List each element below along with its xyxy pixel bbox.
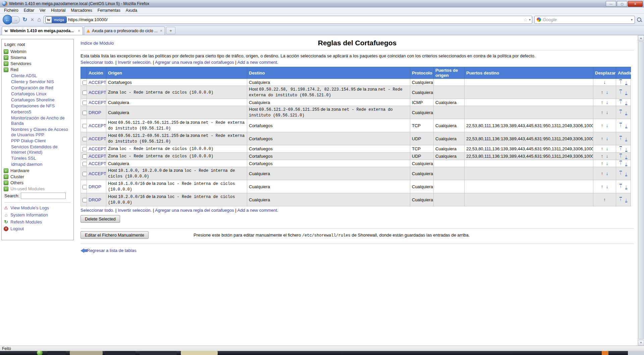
sidebar-category-sistema[interactable]: ▸Sistema — [4, 55, 71, 60]
add-rule-before-icon[interactable]: ↑ — [620, 184, 622, 189]
tray-icon[interactable] — [602, 351, 608, 355]
add-rule-before-icon[interactable]: ↑ — [620, 90, 622, 94]
move-up-icon[interactable]: ↑ — [600, 171, 605, 176]
move-up-icon[interactable]: ↑ — [600, 100, 605, 105]
add-rule-after-icon[interactable]: ↓ — [625, 123, 628, 128]
sidebar-category-red[interactable]: ▾Red — [4, 67, 71, 72]
rule-action-link[interactable]: ACCEPT — [89, 90, 106, 95]
add-rule-after-icon[interactable]: ↓ — [625, 100, 628, 105]
new-tab-button[interactable]: + — [166, 27, 175, 34]
scrollbar-thumb[interactable] — [638, 41, 644, 339]
add-rule-before-icon[interactable]: ↑ — [620, 110, 622, 114]
move-down-icon[interactable]: ↓ — [605, 136, 610, 141]
row-checkbox[interactable] — [83, 154, 87, 159]
rule-action-link[interactable]: ACCEPT — [89, 80, 106, 85]
sidebar-item-cliente-y-servidor-nis[interactable]: Cliente y Servidor NIS — [11, 79, 71, 85]
scroll-up-icon[interactable]: ▲ — [638, 35, 644, 41]
search-engine-dropdown-icon[interactable]: ▾ — [631, 18, 633, 21]
move-down-icon[interactable]: ↓ — [605, 184, 610, 189]
tab-close-icon[interactable]: × — [160, 29, 162, 33]
menu-marcadores[interactable]: Marcadores — [68, 8, 95, 13]
sidebar-item-cliente-adsl[interactable]: Cliente ADSL — [11, 73, 71, 79]
row-checkbox[interactable] — [83, 124, 87, 128]
row-checkbox[interactable] — [83, 137, 87, 141]
taskbar-button[interactable] — [140, 351, 177, 355]
menu-ferramentas[interactable]: Ferramentas — [95, 8, 123, 13]
taskbar-clock[interactable] — [628, 351, 644, 355]
add-rule-before-icon[interactable]: ↑ — [620, 161, 622, 165]
return-to-tables-link[interactable]: Regresar a lista de tablas — [87, 248, 136, 253]
move-up-icon[interactable]: ↑ — [600, 161, 605, 166]
sidebar-item-cortafuegos-linux[interactable]: Cortafuegos Linux — [11, 91, 71, 97]
rule-action-link[interactable]: DROP — [89, 184, 101, 189]
add-rule-before-icon[interactable]: ↑ — [620, 171, 622, 175]
url-dropdown-icon[interactable]: ▾ — [529, 18, 531, 21]
menu-ver[interactable]: Ver — [37, 8, 48, 13]
search-go-icon[interactable] — [637, 17, 641, 22]
move-down-icon[interactable]: ↓ — [605, 171, 610, 176]
edit-file-button[interactable]: Editar el Fichero Manualmente — [80, 231, 149, 239]
move-up-icon[interactable]: ↑ — [600, 136, 605, 141]
site-identity-button[interactable]: W meiga — [45, 16, 67, 23]
add-rule-after-icon[interactable]: ↓ — [625, 90, 628, 95]
move-up-icon[interactable]: ↑ — [600, 110, 605, 115]
menu-editar[interactable]: Editar — [21, 8, 37, 13]
add-rule-after-icon[interactable]: ↓ — [625, 147, 628, 152]
taskbar-button[interactable] — [70, 351, 103, 355]
tab-axuda-para-o-profesorado-do-ciclo[interactable]: Axuda para o profesorado do ciclo ...× — [84, 27, 165, 35]
add-rule-before-icon[interactable]: ↑ — [620, 123, 622, 128]
bookmark-star-icon[interactable]: ☆ — [523, 17, 528, 22]
sidebar-item-configuraci-n-de-red[interactable]: Configuración de Red — [11, 85, 71, 91]
sidebar-link-logout[interactable]: Logout — [4, 226, 71, 231]
add-rule-before-icon[interactable]: ↑ — [620, 154, 622, 158]
move-down-icon[interactable]: ↓ — [605, 153, 610, 159]
tab-webmin-1-410-en-meiga-pazoda[interactable]: WWebmin 1.410 en meiga.pazoda...× — [2, 27, 83, 35]
move-up-icon[interactable]: ↑ — [602, 197, 607, 202]
forward-button[interactable]: → — [12, 16, 20, 23]
add-rule-before-icon[interactable]: ↑ — [620, 80, 622, 84]
move-down-icon[interactable]: ↓ — [605, 100, 610, 105]
rule-action-link[interactable]: ACCEPT — [89, 123, 106, 128]
delete-selected-button[interactable]: Delete Selected — [80, 215, 120, 223]
home-button[interactable]: ⌂ — [37, 16, 42, 23]
add-rule-before-icon[interactable]: ↑ — [620, 197, 622, 202]
back-button[interactable]: ← — [3, 15, 12, 24]
add-rule-after-icon[interactable]: ↓ — [625, 80, 628, 85]
url-bar[interactable]: W meiga https://meiga:10000/ ☆ ▾ — [44, 16, 532, 24]
add-rule-after-icon[interactable]: ↓ — [625, 154, 628, 159]
action-link-add-a-new-comment[interactable]: Add a new comment. — [237, 60, 278, 65]
sidebar-link-view-module-s-logs[interactable]: ⚠View Module's Logs — [4, 205, 71, 210]
add-rule-after-icon[interactable]: ↓ — [625, 161, 628, 166]
row-checkbox[interactable] — [83, 101, 87, 105]
action-link-agregar-una-nueva-regla-del-cortafuegos[interactable]: Agregar una nueva regla del cortafuegos — [155, 208, 234, 213]
row-checkbox[interactable] — [83, 81, 87, 85]
add-rule-before-icon[interactable]: ↑ — [620, 136, 622, 141]
start-button[interactable] — [37, 351, 43, 355]
move-down-icon[interactable]: ↓ — [605, 146, 610, 151]
add-rule-before-icon[interactable]: ↑ — [620, 146, 622, 151]
rule-action-link[interactable]: ACCEPT — [89, 100, 106, 105]
rule-action-link[interactable]: DROP — [89, 110, 101, 115]
row-checkbox[interactable] — [83, 185, 87, 189]
reload-button[interactable]: ↻ — [22, 16, 28, 23]
sidebar-search-input[interactable] — [21, 193, 66, 199]
action-link-seleccionar-todo[interactable]: Seleccionar todo. — [80, 208, 114, 213]
sidebar-item-monitorizaci-n-de-ancho-de-banda[interactable]: Monitorización de Ancho de Banda — [11, 115, 71, 126]
row-checkbox[interactable] — [83, 162, 87, 166]
sidebar-link-system-information[interactable]: ⌂System Information — [4, 212, 71, 217]
add-rule-after-icon[interactable]: ↓ — [625, 137, 628, 141]
minimize-button[interactable]: — — [606, 1, 616, 7]
action-link-invertir-selecci-n[interactable]: Invertir selección. — [118, 208, 152, 213]
sidebar-category-hardware[interactable]: ▸Hardware — [4, 168, 71, 173]
row-checkbox[interactable] — [83, 198, 87, 202]
row-checkbox[interactable] — [83, 91, 87, 95]
taskbar-button[interactable] — [105, 351, 136, 355]
rule-action-link[interactable]: ACCEPT — [89, 146, 106, 151]
action-link-invertir-selecci-n[interactable]: Invertir selección. — [118, 60, 152, 65]
menu-axuda[interactable]: Axuda — [123, 8, 140, 13]
move-down-icon[interactable]: ↓ — [605, 110, 610, 115]
rule-action-link[interactable]: ACCEPT — [89, 154, 106, 159]
rule-action-link[interactable]: ACCEPT — [89, 171, 106, 176]
move-down-icon[interactable]: ↓ — [602, 80, 607, 85]
sidebar-category-un-used-modules[interactable]: ▸Un-used Modules — [4, 186, 71, 191]
